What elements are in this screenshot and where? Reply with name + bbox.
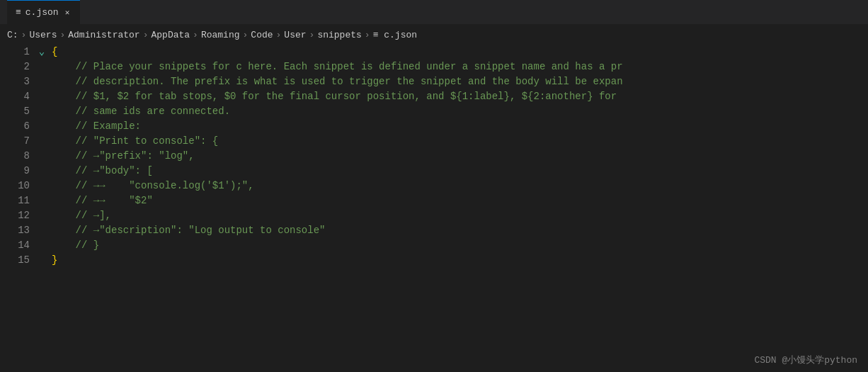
line-num-11: 11 [11,193,30,208]
line-num-2: 2 [11,60,30,74]
fold-14 [35,238,48,253]
breadcrumb-roaming[interactable]: Roaming [201,30,240,40]
code-line-6: // Example: [52,119,868,134]
fold-13 [35,223,48,238]
code-line-4: // $1, $2 for tab stops, $0 for the fina… [52,89,868,104]
line-num-4: 4 [11,89,30,104]
code-line-2: // Place your snippets for c here. Each … [52,60,868,74]
fold-5 [35,104,48,119]
tab-icon: ≡ [16,7,21,18]
line-num-1: 1 [11,45,30,60]
fold-11 [35,193,48,208]
code-line-5: // same ids are connected. [52,104,868,119]
code-content[interactable]: { // Place your snippets for c here. Eac… [48,45,868,372]
line-num-13: 13 [11,223,30,238]
breadcrumb-administrator[interactable]: Administrator [68,30,139,40]
code-line-8: // →"prefix": "log", [52,149,868,164]
line-num-8: 8 [11,149,30,164]
breadcrumb-appdata[interactable]: AppData [151,30,190,40]
code-line-11: // →→ "$2" [52,193,868,208]
code-line-12: // →], [52,208,868,223]
code-line-15: } [52,253,868,268]
line-num-15: 15 [11,253,30,268]
breadcrumb-file[interactable]: ≡ c.json [373,30,417,40]
fold-7 [35,134,48,149]
line-num-5: 5 [11,104,30,119]
fold-12 [35,208,48,223]
fold-4 [35,89,48,104]
title-bar: ≡ c.json ✕ [0,0,868,25]
code-line-9: // →"body": [ [52,164,868,179]
code-line-3: // description. The prefix is what is us… [52,74,868,89]
line-numbers: 1 2 3 4 5 6 7 8 9 10 11 12 13 14 15 [0,45,35,372]
fold-3 [35,74,48,89]
line-num-12: 12 [11,208,30,223]
breadcrumb-users[interactable]: Users [29,30,57,40]
fold-10 [35,179,48,193]
fold-6 [35,119,48,134]
editor: 1 2 3 4 5 6 7 8 9 10 11 12 13 14 15 ⌄ { [0,45,868,372]
line-num-3: 3 [11,74,30,89]
breadcrumb-c[interactable]: C: [7,30,18,40]
scrollbar[interactable] [858,45,868,372]
line-num-9: 9 [11,164,30,179]
code-line-1: { [52,45,868,60]
watermark: CSDN @小馒头学python [754,354,857,366]
code-line-13: // →"description": "Log output to consol… [52,223,868,238]
fold-9 [35,164,48,179]
tab-close-button[interactable]: ✕ [63,7,72,18]
line-num-7: 7 [11,134,30,149]
breadcrumb: C: › Users › Administrator › AppData › R… [0,25,868,45]
fold-gutter: ⌄ [35,45,48,372]
fold-8 [35,149,48,164]
line-num-10: 10 [11,179,30,193]
tab-cjson[interactable]: ≡ c.json ✕ [7,0,80,25]
code-line-14: // } [52,238,868,253]
line-num-14: 14 [11,238,30,253]
code-line-7: // "Print to console": { [52,134,868,149]
fold-2 [35,60,48,74]
fold-15 [35,253,48,268]
breadcrumb-snippets[interactable]: snippets [317,30,361,40]
tab-label: c.json [25,7,59,18]
breadcrumb-code[interactable]: Code [251,30,273,40]
code-line-10: // →→ "console.log('$1');", [52,179,868,193]
breadcrumb-user[interactable]: User [284,30,306,40]
line-num-6: 6 [11,119,30,134]
fold-1[interactable]: ⌄ [35,45,48,60]
